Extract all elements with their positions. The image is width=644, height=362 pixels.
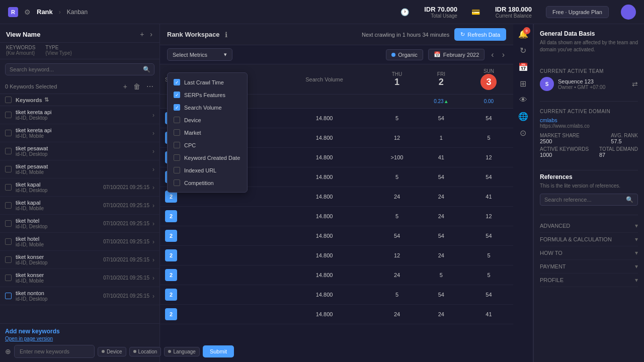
- expand-icon[interactable]: ›: [152, 275, 154, 282]
- total-demand-value: 87: [599, 152, 638, 158]
- kw-checkbox-10[interactable]: [5, 275, 12, 281]
- avg-rank-label: AVG. RANK: [611, 133, 638, 138]
- references-search-input[interactable]: [544, 197, 624, 203]
- accordion-howto[interactable]: HOW TO ▾: [540, 246, 638, 260]
- prev-date-button[interactable]: ‹: [490, 50, 495, 59]
- kw-checkbox-6[interactable]: [5, 202, 12, 209]
- dropdown-item-last-crawl[interactable]: ✓ Last Crawl Time: [168, 76, 247, 88]
- more-selected-button[interactable]: ⋯: [145, 81, 154, 92]
- kw-checkbox-1[interactable]: [5, 112, 12, 118]
- list-item[interactable]: tiket kapal id-ID, Desktop 07/10/2021 09…: [0, 178, 159, 197]
- expand-icon[interactable]: ›: [152, 184, 154, 191]
- accordion-profile[interactable]: PROFILE ▾: [540, 274, 638, 287]
- dropdown-item-kw-created[interactable]: Keyword Created Date: [168, 151, 247, 164]
- select-all-checkbox[interactable]: [5, 97, 12, 103]
- add-kw-sub-link[interactable]: Open in page version: [5, 336, 53, 341]
- kw-info-9: tiket konser id-ID, Desktop: [16, 254, 83, 265]
- sort-icon[interactable]: ⇅: [44, 97, 49, 103]
- domain-url: https://www.cmlabs.co: [540, 123, 638, 129]
- right-panel: General Data Basis All data shown are af…: [533, 24, 644, 362]
- expand-icon[interactable]: ›: [152, 293, 154, 300]
- kw-checkbox-8[interactable]: [5, 238, 12, 245]
- table-row: 2 14.800 5 54 54: [160, 285, 513, 305]
- list-item[interactable]: tiket kereta api id-ID, Mobile ›: [0, 124, 159, 142]
- kw-checkbox-5[interactable]: [5, 184, 12, 191]
- dropdown-item-market[interactable]: Market: [168, 126, 247, 139]
- profile-label: PROFILE: [540, 277, 564, 283]
- serp-cell: 2: [160, 246, 273, 265]
- next-view-button[interactable]: ›: [149, 29, 153, 39]
- expand-icon[interactable]: ›: [152, 220, 154, 227]
- thu-cell: 24: [376, 265, 418, 285]
- search-input[interactable]: [5, 63, 154, 75]
- total-usage-value: IDR 70.000: [424, 6, 457, 13]
- add-keywords-input[interactable]: [14, 345, 95, 358]
- fri-cell: 54: [418, 167, 464, 187]
- expand-icon[interactable]: ›: [152, 130, 154, 137]
- user-avatar[interactable]: [621, 5, 636, 20]
- grid-icon[interactable]: ⊞: [520, 79, 526, 88]
- expand-icon[interactable]: ›: [152, 112, 154, 119]
- dropdown-item-device[interactable]: Device: [168, 114, 247, 126]
- dropdown-item-indexed-url[interactable]: Indexed URL: [168, 164, 247, 176]
- globe-icon[interactable]: 🌐: [518, 112, 528, 121]
- bell-icon[interactable]: 🔔 9: [518, 29, 528, 39]
- dropdown-item-cpc[interactable]: CPC: [168, 139, 247, 151]
- expand-icon[interactable]: ›: [152, 166, 154, 173]
- accordion-advanced[interactable]: ADVANCED ▾: [540, 219, 638, 233]
- organic-badge[interactable]: Organic: [386, 49, 423, 60]
- refresh-data-button[interactable]: ↻ Refresh Data: [454, 28, 506, 41]
- list-item[interactable]: tiket hotel id-ID, Mobile 07/10/2021 09:…: [0, 233, 159, 251]
- kw-checkbox-9[interactable]: [5, 256, 12, 263]
- kw-checkbox-2[interactable]: [5, 130, 12, 136]
- team-info: Sequence 123 Owner • GMT +07:00: [558, 78, 605, 90]
- sun-cell: 54: [464, 167, 513, 187]
- kw-info-8: tiket hotel id-ID, Mobile: [16, 236, 83, 247]
- add-view-button[interactable]: +: [139, 29, 145, 39]
- upgrade-button[interactable]: Free · Upgrade Plan: [546, 6, 609, 18]
- expand-icon[interactable]: ›: [152, 238, 154, 245]
- gear-icon[interactable]: ⚙: [24, 8, 31, 16]
- list-item[interactable]: tiket kapal id-ID, Mobile 07/10/2021 09:…: [0, 197, 159, 215]
- add-selected-button[interactable]: +: [122, 81, 128, 92]
- refresh-icon[interactable]: ↻: [520, 46, 526, 55]
- calendar-icon[interactable]: 📅: [518, 62, 528, 72]
- thu-cell: 5: [376, 109, 418, 128]
- list-item[interactable]: tiket pesawat id-ID, Desktop ›: [0, 142, 159, 160]
- center-content: Rank Workspace ℹ Next crawling in 1 hour…: [160, 24, 513, 362]
- dropdown-item-search-vol[interactable]: ✓ Search Volume: [168, 101, 247, 114]
- kw-checkbox-4[interactable]: [5, 166, 12, 172]
- expand-icon[interactable]: ›: [152, 256, 154, 263]
- device-dot: [102, 350, 105, 353]
- list-item[interactable]: tiket hotel id-ID, Desktop 07/10/2021 09…: [0, 215, 159, 233]
- team-switch-icon[interactable]: ⇄: [632, 80, 638, 88]
- serp-cell: 2: [160, 285, 273, 305]
- location-tag[interactable]: Location: [129, 347, 162, 356]
- list-item[interactable]: tiket kereta api id-ID, Desktop ›: [0, 106, 159, 124]
- kw-checkbox-11[interactable]: [5, 293, 12, 299]
- sun-cell: 41: [464, 305, 513, 324]
- list-item[interactable]: tiket konser id-ID, Desktop 07/10/2021 0…: [0, 251, 159, 269]
- next-date-button[interactable]: ›: [501, 50, 506, 59]
- today-date: 3: [480, 74, 497, 90]
- select-metrics-dropdown[interactable]: Select Metrics ▾: [167, 48, 232, 61]
- accordion-payment[interactable]: PAYMENT ▾: [540, 260, 638, 274]
- expand-icon[interactable]: ›: [152, 202, 154, 209]
- kw-info-4: tiket pesawat id-ID, Mobile: [16, 163, 152, 175]
- list-item[interactable]: tiket konser id-ID, Mobile 07/10/2021 09…: [0, 269, 159, 287]
- market-share-row: MARKET SHARE 2500 AVG. RANK 57.5: [540, 133, 638, 144]
- dropdown-item-competition[interactable]: Competition: [168, 176, 247, 189]
- kw-checkbox-3[interactable]: [5, 148, 12, 154]
- team-row: S Sequence 123 Owner • GMT +07:00 ⇄: [540, 77, 638, 91]
- kw-checkbox-7[interactable]: [5, 220, 12, 227]
- expand-icon[interactable]: ›: [152, 148, 154, 155]
- eye-icon[interactable]: 👁: [519, 96, 527, 105]
- toggle-icon[interactable]: ⊙: [520, 128, 526, 138]
- list-item[interactable]: tiket nonton id-ID, Desktop 07/10/2021 0…: [0, 287, 159, 305]
- device-tag[interactable]: Device: [98, 347, 126, 356]
- delete-selected-button[interactable]: 🗑: [132, 81, 141, 92]
- info-icon[interactable]: ℹ: [225, 31, 227, 39]
- accordion-formula[interactable]: FORMULA & CALCULATION ▾: [540, 233, 638, 246]
- dropdown-item-serps[interactable]: ✓ SERPs Features: [168, 88, 247, 101]
- list-item[interactable]: tiket pesawat id-ID, Mobile ›: [0, 160, 159, 178]
